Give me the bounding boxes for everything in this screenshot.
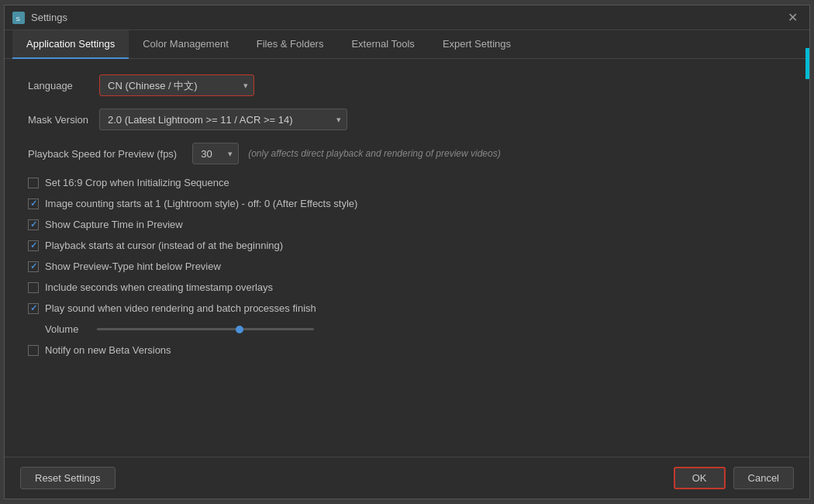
language-select[interactable]: CN (Chinese / 中文) EN (English) DE (Germa… [99, 74, 254, 96]
title-bar-left: S Settings [12, 12, 67, 24]
mask-version-row: Mask Version 2.0 (Latest Lightroom >= 11… [28, 109, 786, 130]
tab-application-settings[interactable]: Application Settings [12, 30, 129, 59]
volume-slider-fill [97, 328, 238, 330]
checkbox-sound-label: Play sound when video rendering and batc… [45, 302, 316, 314]
checkbox-counting[interactable] [28, 198, 39, 209]
reset-settings-button[interactable]: Reset Settings [20, 467, 116, 489]
svg-text:S: S [16, 15, 20, 22]
checkbox-seconds-label: Include seconds when creating timestamp … [45, 281, 273, 293]
checkbox-capture-label: Show Capture Time in Preview [45, 219, 183, 230]
checkbox-row-playback: Playback starts at cursor (instead of at… [28, 240, 786, 251]
playback-row: Playback Speed for Preview (fps) 30 24 6… [28, 143, 786, 164]
footer: Reset Settings OK Cancel [5, 457, 809, 499]
title-bar: S Settings ✕ [5, 5, 809, 30]
app-icon: S [12, 12, 25, 24]
checkbox-playback[interactable] [28, 240, 39, 251]
checkbox-preview-hint-label: Show Preview-Type hint below Preview [45, 261, 221, 272]
volume-label: Volume [45, 323, 88, 335]
checkbox-row-crop: Set 16:9 Crop when Initializing Sequence [28, 177, 786, 188]
mask-label: Mask Version [28, 114, 90, 126]
tab-color-management[interactable]: Color Management [129, 30, 243, 59]
accent-strip [805, 48, 809, 79]
checkbox-crop[interactable] [28, 178, 39, 188]
checkbox-capture[interactable] [28, 219, 39, 230]
checkbox-beta-label: Notify on new Beta Versions [45, 344, 171, 356]
checkbox-row-capture: Show Capture Time in Preview [28, 219, 786, 230]
tab-external-tools[interactable]: External Tools [337, 30, 428, 59]
checkbox-sound[interactable] [28, 303, 39, 314]
cancel-button[interactable]: Cancel [733, 467, 794, 489]
tab-bar: Application Settings Color Management Fi… [5, 30, 809, 59]
tab-files-folders[interactable]: Files & Folders [243, 30, 338, 59]
fps-select-wrapper: 30 24 60 ▾ [192, 143, 239, 164]
checkbox-row-sound: Play sound when video rendering and batc… [28, 302, 786, 314]
checkbox-counting-label: Image counting starts at 1 (Lightroom st… [45, 198, 357, 209]
mask-select-wrapper: 2.0 (Latest Lightroom >= 11 / ACR >= 14)… [99, 109, 347, 130]
checkbox-crop-label: Set 16:9 Crop when Initializing Sequence [45, 177, 229, 188]
volume-slider-thumb[interactable] [236, 326, 243, 333]
window-title: Settings [31, 12, 67, 23]
playback-hint: (only affects direct playback and render… [248, 148, 501, 159]
language-row: Language CN (Chinese / 中文) EN (English) … [28, 74, 786, 96]
language-select-wrapper: CN (Chinese / 中文) EN (English) DE (Germa… [99, 74, 254, 96]
settings-window: S Settings ✕ Application Settings Color … [4, 5, 810, 499]
fps-select[interactable]: 30 24 60 [192, 143, 239, 164]
footer-right: OK Cancel [674, 467, 794, 489]
ok-button[interactable]: OK [674, 467, 726, 489]
checkbox-row-preview-hint: Show Preview-Type hint below Preview [28, 261, 786, 272]
settings-content: Language CN (Chinese / 中文) EN (English) … [5, 59, 809, 457]
checkbox-row-beta: Notify on new Beta Versions [28, 344, 786, 356]
volume-row: Volume [45, 323, 786, 335]
volume-slider-track[interactable] [97, 328, 314, 330]
playback-label: Playback Speed for Preview (fps) [28, 148, 177, 160]
tab-expert-settings[interactable]: Expert Settings [429, 30, 525, 59]
language-label: Language [28, 80, 90, 91]
close-button[interactable]: ✕ [783, 9, 802, 27]
checkbox-row-counting: Image counting starts at 1 (Lightroom st… [28, 198, 786, 209]
checkbox-preview-hint[interactable] [28, 261, 39, 272]
checkbox-seconds[interactable] [28, 282, 39, 293]
checkbox-beta[interactable] [28, 345, 39, 356]
mask-select[interactable]: 2.0 (Latest Lightroom >= 11 / ACR >= 14)… [99, 109, 347, 130]
checkbox-playback-label: Playback starts at cursor (instead of at… [45, 240, 283, 251]
checkbox-row-seconds: Include seconds when creating timestamp … [28, 281, 786, 293]
